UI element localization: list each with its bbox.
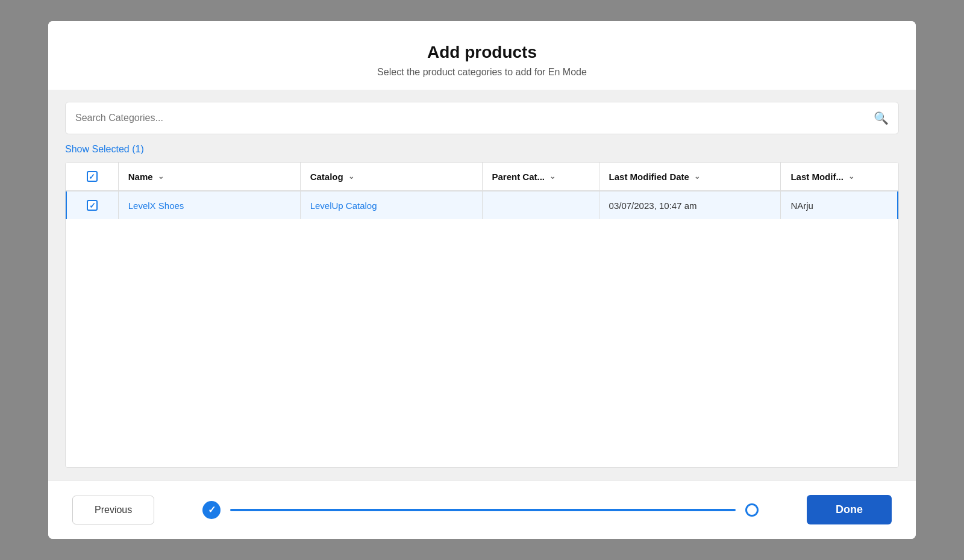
select-all-checkbox[interactable]	[87, 171, 98, 182]
search-input[interactable]	[75, 113, 874, 123]
row-name-cell: LevelX Shoes	[118, 191, 300, 219]
previous-button[interactable]: Previous	[72, 496, 154, 524]
products-table: Name ⌄ Catalog ⌄ Parent	[66, 163, 898, 219]
progress-bar-track	[230, 509, 736, 511]
modal-subtitle: Select the product categories to add for…	[72, 67, 892, 78]
th-catalog[interactable]: Catalog ⌄	[300, 163, 482, 191]
lmd-sort-icon: ⌄	[694, 172, 700, 181]
progress-check-icon: ✓	[202, 501, 221, 519]
name-sort-icon: ⌄	[158, 172, 164, 181]
row-checkbox-cell	[66, 191, 118, 219]
show-selected-link[interactable]: Show Selected (1)	[65, 144, 899, 155]
lmdb-sort-icon: ⌄	[848, 172, 854, 181]
row-catalog-cell: LevelUp Catalog	[300, 191, 482, 219]
row-parent-cat-cell	[482, 191, 599, 219]
row-checkbox[interactable]	[87, 200, 98, 211]
modal-title: Add products	[72, 43, 892, 62]
table-header-row: Name ⌄ Catalog ⌄ Parent	[66, 163, 898, 191]
table-row: LevelX Shoes LevelUp Catalog 03/07/2023,…	[66, 191, 898, 219]
row-lmd-cell: 03/07/2023, 10:47 am	[599, 191, 781, 219]
parent-sort-icon: ⌄	[549, 172, 556, 181]
th-parent-cat[interactable]: Parent Cat... ⌄	[482, 163, 599, 191]
modal-header: Add products Select the product categori…	[48, 21, 916, 90]
th-checkbox	[66, 163, 118, 191]
modal-footer: Previous ✓ Done	[48, 480, 916, 539]
row-lmdb-cell: NArju	[781, 191, 898, 219]
row-catalog-link[interactable]: LevelUp Catalog	[310, 201, 377, 211]
products-table-container: Name ⌄ Catalog ⌄ Parent	[65, 162, 899, 468]
th-name[interactable]: Name ⌄	[118, 163, 300, 191]
modal-body: 🔍 Show Selected (1) Name	[48, 90, 916, 480]
add-products-modal: Add products Select the product categori…	[48, 21, 916, 539]
progress-circle-end	[745, 503, 759, 517]
th-last-modified-date[interactable]: Last Modified Date ⌄	[599, 163, 781, 191]
progress-bar-container: ✓	[154, 501, 807, 519]
search-bar: 🔍	[65, 102, 899, 134]
search-icon: 🔍	[874, 111, 889, 125]
catalog-sort-icon: ⌄	[348, 172, 354, 181]
done-button[interactable]: Done	[807, 495, 892, 524]
th-last-modif[interactable]: Last Modif... ⌄	[781, 163, 898, 191]
row-name-link[interactable]: LevelX Shoes	[128, 201, 184, 211]
